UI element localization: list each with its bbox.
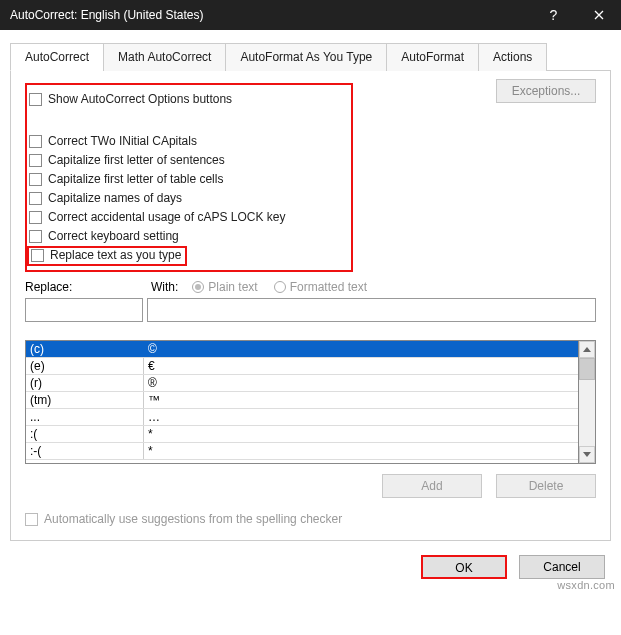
checkbox-label: Capitalize names of days [48,191,182,205]
checkbox-capitalize-days[interactable] [29,192,42,205]
list-row[interactable]: (c)© [26,341,578,358]
tab-strip: AutoCorrect Math AutoCorrect AutoFormat … [10,42,611,71]
checkbox-replace-text[interactable] [31,249,44,262]
chevron-down-icon [583,452,591,457]
cancel-button[interactable]: Cancel [519,555,605,579]
tab-autoformat-as-you-type[interactable]: AutoFormat As You Type [225,43,387,71]
checkbox-two-initial-caps[interactable] [29,135,42,148]
radio-label: Formatted text [290,280,367,294]
checkbox-auto-suggestions[interactable] [25,513,38,526]
list-row[interactable]: :-(* [26,443,578,460]
scroll-thumb[interactable] [579,358,595,380]
checkbox-capitalize-table-cells[interactable] [29,173,42,186]
list-row[interactable]: (e)€ [26,358,578,375]
close-button[interactable] [576,0,621,30]
checkbox-label: Show AutoCorrect Options buttons [48,92,232,106]
options-group-highlight: Show AutoCorrect Options buttons Correct… [25,83,353,272]
checkbox-label: Correct keyboard setting [48,229,179,243]
replace-with-header: Replace: With: Plain text Formatted text [25,280,596,294]
radio-label: Plain text [208,280,257,294]
checkbox-label: Capitalize first letter of table cells [48,172,223,186]
scroll-down-button[interactable] [579,446,595,463]
list-row[interactable]: (tm)™ [26,392,578,409]
chevron-up-icon [583,347,591,352]
dialog-footer: OK Cancel [0,541,621,591]
checkbox-label: Capitalize first letter of sentences [48,153,225,167]
checkbox-show-options[interactable] [29,93,42,106]
title-bar: AutoCorrect: English (United States) ? [0,0,621,30]
replace-input[interactable] [25,298,143,322]
list-row[interactable]: (r)® [26,375,578,392]
tab-autoformat[interactable]: AutoFormat [386,43,479,71]
list-row[interactable]: :(* [26,426,578,443]
autocorrect-list[interactable]: (c)© (e)€ (r)® (tm)™ ...… :(* :-(* [25,340,579,464]
scroll-track[interactable] [579,358,595,446]
list-scrollbar[interactable] [579,340,596,464]
close-icon [594,10,604,20]
scroll-up-button[interactable] [579,341,595,358]
ok-button[interactable]: OK [421,555,507,579]
checkbox-keyboard-setting[interactable] [29,230,42,243]
replace-text-highlight: Replace text as you type [27,246,187,266]
radio-formatted-text[interactable] [274,281,286,293]
with-input[interactable] [147,298,596,322]
checkbox-label: Automatically use suggestions from the s… [44,512,342,526]
list-row[interactable]: ...… [26,409,578,426]
replace-label: Replace: [25,280,143,294]
checkbox-caps-lock[interactable] [29,211,42,224]
delete-button[interactable]: Delete [496,474,596,498]
checkbox-label: Correct TWo INitial CApitals [48,134,197,148]
checkbox-capitalize-sentences[interactable] [29,154,42,167]
exceptions-button[interactable]: Exceptions... [496,79,596,103]
tab-panel: Show AutoCorrect Options buttons Correct… [10,71,611,541]
watermark: wsxdn.com [557,579,615,591]
with-label: With: [151,280,178,294]
add-button[interactable]: Add [382,474,482,498]
checkbox-label: Correct accidental usage of cAPS LOCK ke… [48,210,285,224]
tab-autocorrect[interactable]: AutoCorrect [10,43,104,71]
window-title: AutoCorrect: English (United States) [10,8,531,22]
tab-actions[interactable]: Actions [478,43,547,71]
checkbox-label: Replace text as you type [50,248,181,262]
tab-math-autocorrect[interactable]: Math AutoCorrect [103,43,226,71]
help-button[interactable]: ? [531,0,576,30]
radio-plain-text[interactable] [192,281,204,293]
